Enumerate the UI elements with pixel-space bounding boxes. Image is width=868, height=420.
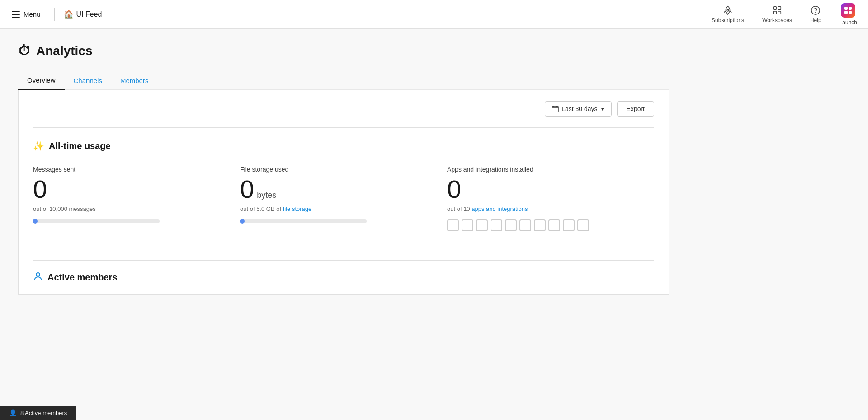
menu-label: Menu bbox=[24, 10, 41, 18]
analytics-icon: ⏱ bbox=[18, 43, 31, 58]
hamburger-icon bbox=[12, 11, 20, 18]
export-label: Export bbox=[627, 105, 645, 112]
svg-point-6 bbox=[816, 12, 816, 13]
usage-grid: Messages sent 0 out of 10,000 messages F… bbox=[33, 166, 654, 246]
storage-metric: File storage used 0 bytes out of 5.0 GB … bbox=[240, 166, 447, 246]
header-right: Subscriptions Workspaces Help bbox=[708, 1, 861, 28]
subscriptions-label: Subscriptions bbox=[712, 17, 744, 23]
app-slot-9 bbox=[563, 219, 575, 231]
sparkle-icon: ✨ bbox=[33, 140, 44, 151]
tab-channels[interactable]: Channels bbox=[65, 71, 111, 90]
messages-value: 0 bbox=[33, 177, 231, 202]
svg-rect-9 bbox=[844, 11, 848, 14]
messages-progress-bar bbox=[33, 219, 160, 223]
page-content: ⏱ Analytics Overview Channels Members La… bbox=[0, 29, 687, 309]
active-members-section: Active members bbox=[33, 260, 654, 284]
launch-icon bbox=[841, 3, 855, 18]
menu-button[interactable]: Menu bbox=[7, 8, 45, 21]
file-storage-link[interactable]: file storage bbox=[283, 205, 312, 212]
messages-sublabel: out of 10,000 messages bbox=[33, 205, 231, 212]
svg-rect-10 bbox=[849, 11, 852, 14]
app-slot-6 bbox=[519, 219, 531, 231]
storage-progress-circle bbox=[240, 219, 245, 224]
messages-progress-circle bbox=[33, 219, 38, 224]
page-title-text: Analytics bbox=[36, 44, 93, 58]
storage-label: File storage used bbox=[240, 166, 438, 173]
svg-rect-8 bbox=[849, 7, 852, 10]
svg-point-0 bbox=[727, 9, 729, 11]
header-divider bbox=[54, 8, 55, 21]
all-time-usage-title: ✨ All-time usage bbox=[33, 140, 654, 151]
help-button[interactable]: Help bbox=[807, 4, 825, 25]
header-left: Menu 🏠 UI Feed bbox=[7, 8, 102, 21]
person-icon bbox=[33, 271, 43, 284]
launch-label: Launch bbox=[840, 19, 857, 26]
help-label: Help bbox=[810, 17, 821, 23]
grid-icon bbox=[772, 5, 782, 15]
storage-count: 0 bbox=[240, 177, 254, 202]
workspaces-label: Workspaces bbox=[762, 17, 792, 23]
launch-button[interactable]: Launch bbox=[836, 1, 861, 28]
help-circle-icon bbox=[811, 5, 821, 15]
header: Menu 🏠 UI Feed Subscriptions Wo bbox=[0, 0, 868, 29]
messages-metric: Messages sent 0 out of 10,000 messages bbox=[33, 166, 240, 246]
svg-rect-11 bbox=[552, 106, 558, 112]
storage-sublabel: out of 5.0 GB of file storage bbox=[240, 205, 438, 212]
chevron-down-icon: ▼ bbox=[600, 107, 605, 112]
date-filter-label: Last 30 days bbox=[561, 105, 597, 112]
tabs: Overview Channels Members bbox=[18, 71, 669, 90]
apps-value: 0 bbox=[447, 177, 645, 202]
storage-value: 0 bytes bbox=[240, 177, 438, 202]
messages-label: Messages sent bbox=[33, 166, 231, 173]
rocket-icon bbox=[723, 5, 733, 15]
apps-count: 0 bbox=[447, 177, 461, 202]
storage-unit: bytes bbox=[257, 191, 276, 199]
svg-point-12 bbox=[36, 273, 40, 276]
app-slot-7 bbox=[534, 219, 546, 231]
tab-members[interactable]: Members bbox=[111, 71, 158, 90]
app-slot-4 bbox=[491, 219, 502, 231]
svg-rect-7 bbox=[844, 7, 848, 10]
svg-rect-2 bbox=[778, 6, 781, 9]
app-slot-1 bbox=[447, 219, 459, 231]
home-label: UI Feed bbox=[76, 10, 102, 19]
tab-overview[interactable]: Overview bbox=[18, 71, 65, 90]
date-filter-button[interactable]: Last 30 days ▼ bbox=[545, 101, 611, 117]
app-slot-10 bbox=[577, 219, 589, 231]
svg-rect-4 bbox=[778, 11, 781, 14]
active-members-label: Active members bbox=[47, 272, 118, 283]
apps-label: Apps and integrations installed bbox=[447, 166, 645, 173]
app-slot-2 bbox=[462, 219, 473, 231]
section-divider bbox=[33, 127, 654, 128]
main-panel: Last 30 days ▼ Export ✨ All-time usage M… bbox=[18, 90, 669, 295]
export-button[interactable]: Export bbox=[617, 101, 654, 117]
all-time-usage-section: ✨ All-time usage Messages sent 0 out of … bbox=[33, 140, 654, 246]
svg-rect-1 bbox=[774, 6, 776, 9]
app-slot-3 bbox=[476, 219, 488, 231]
svg-point-5 bbox=[811, 6, 820, 14]
home-icon: 🏠 bbox=[64, 9, 74, 19]
storage-progress-bar bbox=[240, 219, 367, 223]
page-title: ⏱ Analytics bbox=[18, 43, 669, 58]
apps-sublabel: out of 10 apps and integrations bbox=[447, 205, 645, 212]
app-slot-5 bbox=[505, 219, 517, 231]
all-time-usage-label: All-time usage bbox=[49, 141, 111, 151]
calendar-icon bbox=[552, 105, 559, 112]
apps-metric: Apps and integrations installed 0 out of… bbox=[447, 166, 654, 246]
workspaces-button[interactable]: Workspaces bbox=[759, 4, 796, 25]
toolbar: Last 30 days ▼ Export bbox=[33, 101, 654, 117]
subscriptions-button[interactable]: Subscriptions bbox=[708, 4, 748, 25]
home-link[interactable]: 🏠 UI Feed bbox=[64, 9, 102, 19]
messages-count: 0 bbox=[33, 177, 47, 202]
apps-integrations-link[interactable]: apps and integrations bbox=[472, 205, 528, 212]
active-members-title: Active members bbox=[33, 271, 654, 284]
app-slots bbox=[447, 219, 645, 231]
app-slot-8 bbox=[548, 219, 560, 231]
svg-rect-3 bbox=[774, 11, 776, 14]
